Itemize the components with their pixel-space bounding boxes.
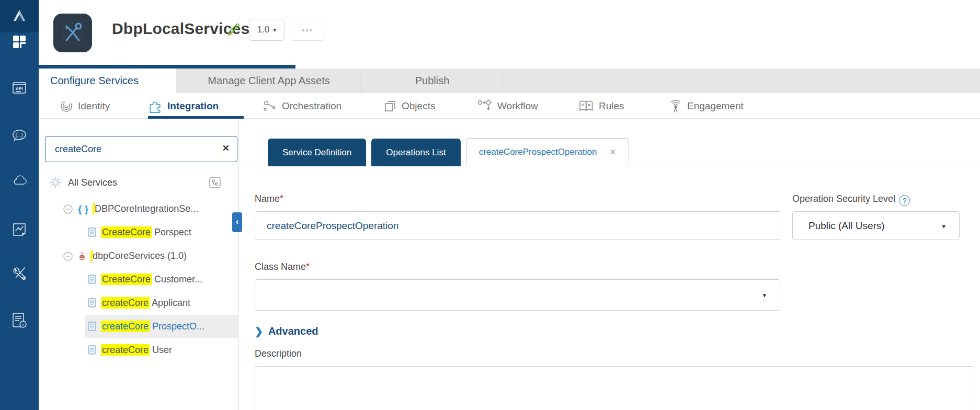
operation-doc-icon [88,322,97,332]
active-tab-accent-bar [39,65,295,69]
tab-label: Operations List [386,147,446,158]
collapse-sidebar-handle[interactable]: ‹ [232,212,242,232]
tree-item-createcore-porspect[interactable]: CreateCore Porspect [85,221,239,244]
subtab-rules[interactable]: Rules [578,93,624,119]
app-window: API {…} ? DbpLocalServices [0,0,980,410]
required-asterisk: * [280,193,283,204]
subtab-identity[interactable]: Identity [60,93,110,119]
subtab-workflow[interactable]: Workflow [477,93,538,119]
tree-item-createcore-prospecto-selected[interactable]: createCore ProspectO... [85,315,239,338]
subtab-engagement[interactable]: Engagement [669,93,744,119]
orchestration-icon [263,99,277,113]
tab-publish[interactable]: Publish [362,69,503,93]
tab-label: Configure Services [50,75,139,87]
subtab-orchestration[interactable]: Orchestration [263,93,341,119]
label-rest: User [150,345,172,355]
tree-item-label: createCore User [101,345,172,356]
identity-icon [60,99,73,113]
services-tree: { } DBPCoreIntegrationSe... CreateCore P… [39,197,239,362]
subtab-integration[interactable]: Integration [148,93,219,119]
name-field-label: Name* [255,193,283,204]
analytics-report-icon[interactable] [12,222,27,237]
close-tab-icon[interactable]: ✕ [609,147,616,157]
name-input[interactable]: createCoreProspectOperation [255,211,780,240]
help-docs-icon[interactable]: ? [12,312,27,328]
chevron-right-icon: ❯ [255,325,263,337]
search-input[interactable] [45,136,237,162]
tree-item-dbpcoreintegrationse[interactable]: { } DBPCoreIntegrationSe... [62,197,239,221]
description-textarea[interactable] [255,366,974,410]
tab-configure-services[interactable]: Configure Services [39,69,176,93]
class-name-select[interactable]: ▾ [255,279,780,311]
security-level-select[interactable]: Public (All Users) ▾ [792,211,960,240]
required-asterisk: * [306,261,310,272]
cloud-icon[interactable] [12,173,27,188]
workspace-tab-bar: Service Definition Operations List creat… [268,138,629,166]
tree-item-createcore-applicant[interactable]: createCore Applicant [85,291,239,315]
all-services-header[interactable]: All Services [49,175,229,190]
tree-item-createcore-customer[interactable]: CreateCore Customer... [85,268,239,291]
svg-text:{…}: {…} [16,132,23,138]
svg-text:?: ? [22,323,25,327]
all-services-label: All Services [68,177,117,188]
tab-manage-client-app-assets[interactable]: Manage Client App Assets [176,69,362,93]
class-name-label: Class Name* [255,261,310,272]
rules-icon [578,99,594,113]
subtab-label: Workflow [497,100,538,112]
svg-text:API: API [16,86,22,91]
label-rest: Applicant [150,298,190,308]
more-options-button[interactable]: ••• [291,19,324,41]
subtab-label: Integration [167,100,219,112]
tab-createcoreprospectoperation[interactable]: createCoreProspectOperation ✕ [466,138,629,166]
tree-item-label: DBPCoreIntegrationSe... [93,203,198,214]
advanced-section-toggle[interactable]: ❯ Advanced [255,325,318,337]
tree-item-label: CreateCore Customer... [101,274,202,285]
brand-logo[interactable] [0,0,39,32]
json-service-icon: { } [78,203,88,215]
operation-workspace: Service Definition Operations List creat… [239,119,980,410]
search-match: CreateCore [101,274,152,285]
edit-title-icon[interactable] [227,23,241,37]
subtab-objects[interactable]: Objects [383,93,435,119]
label-rest: Customer... [152,274,202,284]
description-label: Description [255,348,302,359]
engagement-icon [669,99,682,113]
label-text: Description [255,348,302,359]
service-search-box: ✕ [45,136,237,162]
service-app-icon [53,14,92,52]
version-dropdown[interactable]: 1.0 ▾ [249,19,284,41]
ellipsis-icon: ••• [302,26,313,35]
label-rest: Porspect [152,227,191,237]
chevron-down-icon: ▾ [942,222,945,230]
subtab-label: Rules [599,100,624,112]
apps-grid-icon[interactable] [12,34,27,50]
tab-operations-list[interactable]: Operations List [371,139,460,166]
advanced-label: Advanced [268,325,318,337]
tree-item-createcore-user[interactable]: createCore User [85,338,239,362]
version-label: 1.0 [257,25,270,35]
tree-item-dbpcoreservices[interactable]: dbpCoreServices (1.0) [62,244,239,268]
label-text: Operation Security Level [792,193,895,204]
chat-code-icon[interactable]: {…} [12,128,27,143]
operation-doc-icon [88,298,97,308]
gear-icon [49,176,62,189]
api-console-icon[interactable]: API [12,80,27,96]
group-services-icon[interactable] [209,176,221,189]
tab-service-definition[interactable]: Service Definition [268,139,366,166]
help-icon[interactable]: ? [899,195,910,206]
collapse-node-icon[interactable] [62,203,74,215]
tools-icon[interactable] [12,265,27,281]
java-service-icon [78,251,86,261]
collapse-node-icon[interactable] [62,250,74,262]
objects-icon [383,99,397,113]
operation-doc-icon [88,227,97,237]
tree-item-label: dbpCoreServices (1.0) [90,250,187,261]
chevron-left-icon: ‹ [236,217,239,226]
name-value: createCoreProspectOperation [255,212,780,240]
security-level-label: Operation Security Level? [792,193,910,206]
workflow-icon [477,99,493,113]
subtab-label: Engagement [687,100,744,112]
chevron-down-icon: ▾ [273,26,276,33]
services-sidebar: ✕ All Services { } DBPCoreIntegrationSe.… [39,119,239,410]
clear-search-icon[interactable]: ✕ [222,143,230,154]
